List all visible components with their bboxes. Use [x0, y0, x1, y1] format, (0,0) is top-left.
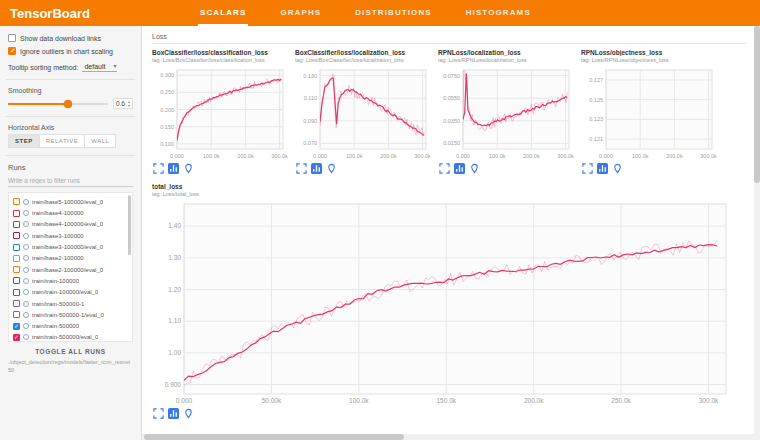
axis-option-wall[interactable]: WALL: [85, 134, 116, 148]
chart-plot[interactable]: 1.401.301.201.101.000.9000.00050.00k100.…: [152, 199, 732, 407]
pin-icon[interactable]: [326, 163, 337, 174]
run-row[interactable]: train/train-500000-1/eval_0: [13, 309, 128, 320]
run-row[interactable]: train/base2-100000/eval_0: [13, 264, 128, 275]
run-checkbox[interactable]: [13, 289, 20, 296]
run-isolator-icon[interactable]: [23, 244, 29, 250]
tab-graphs[interactable]: GRAPHS: [278, 0, 323, 26]
bar-chart-icon[interactable]: [454, 163, 465, 174]
run-checkbox[interactable]: [13, 334, 20, 341]
run-isolator-icon[interactable]: [23, 233, 29, 239]
run-checkbox[interactable]: [13, 300, 20, 307]
run-checkbox[interactable]: [13, 266, 20, 273]
expand-icon[interactable]: [153, 408, 164, 419]
chart-tag: tag: Loss/BoxClassifier/loss/localizatio…: [295, 57, 432, 63]
chart-card: BoxClassifier/loss/localization_losstag:…: [295, 49, 432, 174]
run-checkbox[interactable]: [13, 311, 20, 318]
run-isolator-icon[interactable]: [23, 210, 29, 216]
slider-fill: [8, 103, 68, 105]
slider-knob[interactable]: [64, 100, 72, 108]
chart-tag: tag: Loss/BoxClassifier/loss/classificat…: [152, 57, 289, 63]
smoothing-slider[interactable]: [8, 99, 108, 109]
run-filter-input[interactable]: [8, 174, 133, 187]
run-isolator-icon[interactable]: [23, 278, 29, 284]
run-isolator-icon[interactable]: [23, 312, 29, 318]
run-isolator-icon[interactable]: [23, 267, 29, 273]
horizontal-scrollbar-thumb[interactable]: [144, 434, 404, 440]
run-isolator-icon[interactable]: [23, 221, 29, 227]
run-isolator-icon[interactable]: [23, 199, 29, 205]
stepper-icon[interactable]: ▴▾: [128, 100, 130, 107]
run-row[interactable]: train/train-500000: [13, 320, 128, 331]
tooltip-sort-select[interactable]: default ▾: [82, 62, 117, 72]
run-checkbox[interactable]: [13, 232, 20, 239]
run-row[interactable]: train/train-100000/eval_0: [13, 287, 128, 298]
section-header[interactable]: Loss: [152, 32, 746, 44]
run-list-scrollbar[interactable]: [128, 195, 131, 255]
run-row[interactable]: train/train-500000-1: [13, 298, 128, 309]
run-label: train/base2-100000: [32, 255, 84, 261]
expand-icon[interactable]: [153, 163, 164, 174]
svg-text:100.0k: 100.0k: [349, 397, 369, 404]
svg-text:0.0150: 0.0150: [443, 140, 460, 146]
run-isolator-icon[interactable]: [23, 289, 29, 295]
bar-chart-icon[interactable]: [168, 408, 179, 419]
run-row[interactable]: train/base2-100000: [13, 253, 128, 264]
chart-plot[interactable]: 0.3000.2500.2000.1500.1000.000100.0k200.…: [152, 65, 289, 162]
bar-chart-icon[interactable]: [168, 163, 179, 174]
svg-text:0.0750: 0.0750: [443, 73, 460, 79]
run-row[interactable]: train/train-500000/eval_0: [13, 332, 128, 342]
bar-chart-icon[interactable]: [597, 163, 608, 174]
run-isolator-icon[interactable]: [23, 323, 29, 329]
ignore-outliers-checkbox[interactable]: [8, 47, 16, 55]
run-checkbox[interactable]: [13, 323, 20, 330]
show-download-links-checkbox[interactable]: [8, 34, 16, 42]
run-checkbox[interactable]: [13, 210, 20, 217]
chart-plot[interactable]: 0.1300.1100.0900.0700.000100.0k200.0k300…: [295, 65, 432, 162]
svg-text:0.000: 0.000: [456, 153, 470, 159]
axis-option-step[interactable]: STEP: [8, 134, 40, 148]
expand-icon[interactable]: [296, 163, 307, 174]
vertical-scrollbar[interactable]: [754, 26, 760, 440]
pin-icon[interactable]: [183, 163, 194, 174]
run-list[interactable]: train/base5-100000/eval_0train/base4-100…: [8, 192, 133, 342]
run-row[interactable]: train/base4-100000: [13, 207, 128, 218]
run-isolator-icon[interactable]: [23, 255, 29, 261]
horizontal-scrollbar[interactable]: [142, 434, 760, 440]
expand-icon[interactable]: [582, 163, 593, 174]
pin-icon[interactable]: [183, 408, 194, 419]
run-checkbox[interactable]: [13, 277, 20, 284]
svg-text:0.900: 0.900: [165, 381, 182, 388]
run-checkbox[interactable]: [13, 255, 20, 262]
axis-option-relative[interactable]: RELATIVE: [40, 134, 86, 148]
run-row[interactable]: train/base5-100000/eval_0: [13, 196, 128, 207]
run-isolator-icon[interactable]: [23, 334, 29, 340]
bar-chart-icon[interactable]: [311, 163, 322, 174]
vertical-scrollbar-thumb[interactable]: [754, 26, 760, 183]
tab-histograms[interactable]: HISTOGRAMS: [464, 0, 533, 26]
pin-icon[interactable]: [612, 163, 623, 174]
run-isolator-icon[interactable]: [23, 301, 29, 307]
app-title: TensorBoard: [10, 0, 142, 26]
tensorboard-app: TensorBoard SCALARSGRAPHSDISTRIBUTIONSHI…: [0, 0, 760, 440]
run-label: train/train-100000/eval_0: [32, 289, 98, 295]
chart-title: RPNLoss/objectness_loss: [581, 49, 718, 56]
run-row[interactable]: train/base3-100000: [13, 230, 128, 241]
ignore-outliers-row[interactable]: Ignore outliers in chart scaling: [8, 47, 133, 55]
tab-scalars[interactable]: SCALARS: [198, 0, 248, 26]
svg-text:200.0k: 200.0k: [666, 153, 683, 159]
expand-icon[interactable]: [439, 163, 450, 174]
chart-plot[interactable]: 0.07500.05500.03500.01500.000100.0k200.0…: [438, 65, 575, 162]
run-checkbox[interactable]: [13, 198, 20, 205]
run-row[interactable]: train/train-100000: [13, 275, 128, 286]
toggle-all-runs-button[interactable]: TOGGLE ALL RUNS: [8, 342, 133, 359]
svg-text:0.121: 0.121: [589, 136, 603, 142]
run-checkbox[interactable]: [13, 221, 20, 228]
smoothing-value-box[interactable]: 0.6 ▴▾: [113, 98, 133, 109]
show-download-links-row[interactable]: Show data download links: [8, 34, 133, 42]
tab-distributions[interactable]: DISTRIBUTIONS: [353, 0, 434, 26]
run-checkbox[interactable]: [13, 244, 20, 251]
run-row[interactable]: train/base3-100000/eval_0: [13, 241, 128, 252]
chart-plot[interactable]: 0.1270.1250.1230.1210.000100.0k200.0k300…: [581, 65, 718, 162]
pin-icon[interactable]: [469, 163, 480, 174]
run-row[interactable]: train/base4-100000/eval_0: [13, 219, 128, 230]
